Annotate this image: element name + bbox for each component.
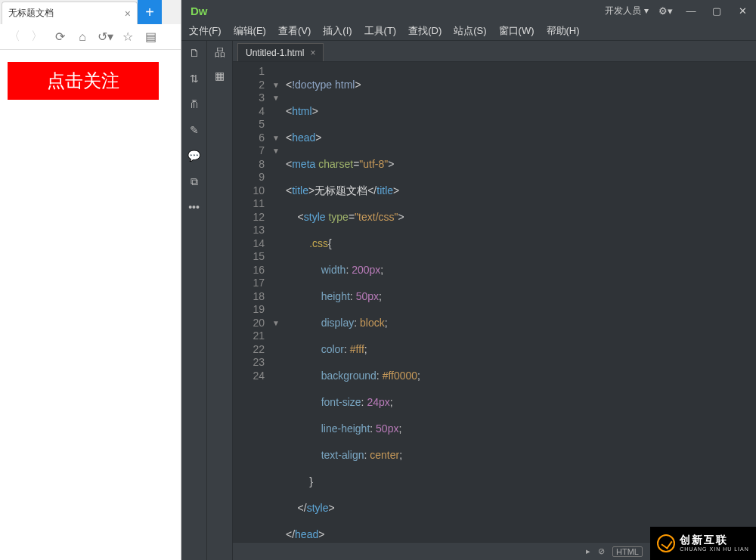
back-icon[interactable]: 〈: [8, 29, 21, 45]
dw-menubar: 文件(F) 编辑(E) 查看(V) 插入(I) 工具(T) 查找(D) 站点(S…: [181, 21, 756, 41]
watermark-logo-icon: [657, 534, 675, 552]
maximize-icon[interactable]: ▢: [708, 4, 726, 17]
dw-toolbar-left: 🗋 ⇅ ⫚ ✎ 💬 ⧉ •••: [181, 41, 207, 560]
menu-tools[interactable]: 工具(T): [364, 24, 397, 38]
file-tab[interactable]: Untitled-1.html ×: [237, 43, 324, 61]
forward-icon[interactable]: 〉: [30, 29, 44, 45]
menu-window[interactable]: 窗口(W): [499, 24, 534, 38]
browser-tab-title: 无标题文档: [8, 7, 54, 20]
line-gutter: 123456789101112131415161718192021222324: [233, 62, 271, 542]
browser-tab[interactable]: 无标题文档 ×: [2, 2, 138, 24]
watermark: 创新互联 CHUANG XIN HU LIAN: [650, 527, 756, 560]
watermark-subtitle: CHUANG XIN HU LIAN: [680, 546, 749, 552]
dw-logo: Dw: [186, 5, 208, 17]
sort-icon[interactable]: ⇅: [187, 71, 202, 86]
overflow-icon[interactable]: ▸: [586, 546, 590, 556]
minimize-icon[interactable]: —: [682, 4, 700, 17]
file-tab-label: Untitled-1.html: [246, 48, 304, 58]
dw-titlebar: Dw 开发人员 ▾ ⚙▾ — ▢ ✕: [181, 0, 756, 21]
close-window-icon[interactable]: ✕: [733, 4, 751, 17]
dreamweaver-pane: Dw 开发人员 ▾ ⚙▾ — ▢ ✕ 文件(F) 编辑(E) 查看(V) 插入(…: [181, 0, 756, 560]
branch-icon[interactable]: ⫚: [187, 97, 202, 112]
workspace-switcher[interactable]: 开发人员 ▾: [605, 5, 649, 17]
fold-gutter: ▼▼▼▼▼: [271, 62, 281, 542]
menu-find[interactable]: 查找(D): [408, 24, 442, 38]
browser-page: 点击关注: [0, 50, 181, 560]
reload-icon[interactable]: ⟳: [53, 29, 67, 44]
menu-view[interactable]: 查看(V): [278, 24, 311, 38]
more-icon[interactable]: •••: [187, 200, 202, 215]
home-icon[interactable]: ⌂: [76, 30, 89, 44]
close-file-icon[interactable]: ×: [310, 48, 315, 58]
browser-pane: 无标题文档 × + 〈 〉 ⟳ ⌂ ↺▾ ☆ ▤ 点击关注: [0, 0, 181, 560]
dw-toolbar-secondary: 品 ▦: [207, 41, 233, 560]
comment-icon[interactable]: 💬: [187, 148, 202, 163]
menu-help[interactable]: 帮助(H): [547, 24, 580, 38]
undo-icon[interactable]: ↺▾: [98, 29, 112, 44]
dom-icon[interactable]: 品: [212, 45, 228, 60]
wand-icon[interactable]: ✎: [187, 122, 202, 138]
menu-site[interactable]: 站点(S): [454, 24, 486, 38]
demo-button[interactable]: 点击关注: [8, 62, 159, 100]
file-tab-strip: Untitled-1.html ×: [233, 41, 756, 62]
language-indicator[interactable]: HTML: [612, 546, 643, 557]
close-tab-icon[interactable]: ×: [125, 8, 131, 20]
code-area[interactable]: <!doctype html> <html> <head> <meta char…: [281, 62, 756, 542]
reader-icon[interactable]: ▤: [144, 29, 157, 44]
new-tab-button[interactable]: +: [138, 0, 162, 24]
code-editor[interactable]: 123456789101112131415161718192021222324 …: [233, 62, 756, 542]
watermark-title: 创新互联: [680, 534, 749, 546]
file-icon[interactable]: 🗋: [187, 45, 202, 60]
browser-tab-strip: 无标题文档 × +: [0, 0, 181, 24]
sync-status-icon[interactable]: ⊘: [598, 546, 605, 556]
browser-toolbar: 〈 〉 ⟳ ⌂ ↺▾ ☆ ▤: [0, 24, 181, 50]
menu-insert[interactable]: 插入(I): [323, 24, 352, 38]
menu-edit[interactable]: 编辑(E): [234, 24, 266, 38]
sync-icon[interactable]: ⚙▾: [656, 4, 674, 17]
star-icon[interactable]: ☆: [121, 29, 135, 44]
assets-icon[interactable]: ▦: [212, 68, 228, 83]
snippet-icon[interactable]: ⧉: [187, 174, 202, 189]
menu-file[interactable]: 文件(F): [189, 24, 222, 38]
